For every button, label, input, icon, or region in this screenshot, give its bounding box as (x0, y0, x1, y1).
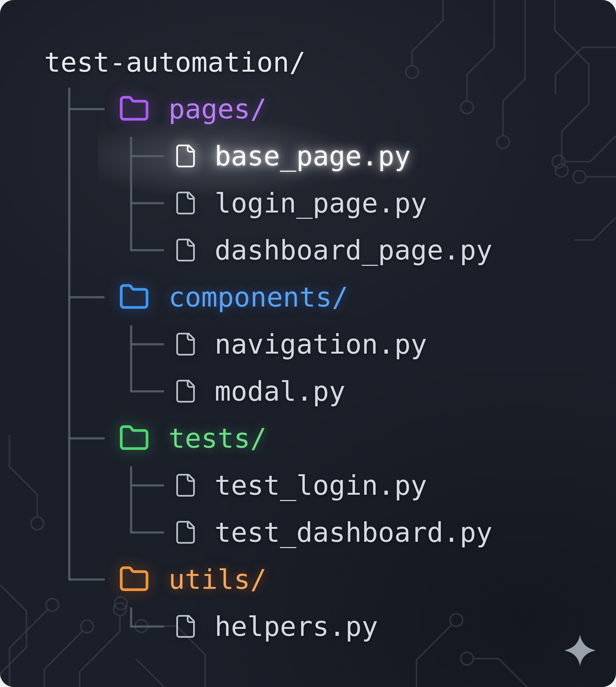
tree-file-test-dashboard[interactable]: test_dashboard.py (173, 513, 492, 551)
tree-file-test-login[interactable]: test_login.py (173, 466, 427, 504)
file-icon (173, 187, 198, 219)
folder-icon (116, 282, 152, 313)
tree-branch-line (130, 155, 164, 157)
tree-file-base-page[interactable]: base_page.py (173, 137, 411, 175)
tree-folder-utils[interactable]: utils/ (116, 560, 267, 598)
tree-branch-line (68, 296, 105, 298)
tree-folder-pages[interactable]: pages/ (116, 90, 267, 128)
file-label: dashboard_page.py (215, 236, 492, 264)
folder-icon (116, 423, 152, 454)
root-label: test-automation/ (44, 49, 306, 76)
tree-file-login-page[interactable]: login_page.py (173, 184, 427, 222)
file-label: modal.py (215, 378, 345, 405)
tree-subtrunk-line (130, 466, 132, 533)
file-label: base_page.py (215, 143, 411, 170)
file-label: test_login.py (215, 472, 427, 499)
file-label: test_dashboard.py (215, 519, 492, 546)
tree-root: test-automation/ (44, 43, 306, 81)
folder-label: components/ (169, 283, 348, 311)
folder-label: utils/ (169, 566, 267, 593)
tree-branch-line (130, 484, 164, 487)
tree-subtrunk-line (130, 325, 132, 392)
file-icon (173, 469, 198, 501)
file-icon (173, 610, 198, 643)
folder-label: pages/ (169, 95, 267, 123)
file-label: navigation.py (215, 330, 427, 358)
tree-branch-line (130, 531, 164, 534)
tree-folder-components[interactable]: components/ (116, 278, 348, 316)
tree-branch-line (130, 625, 164, 628)
folder-label: tests/ (169, 425, 267, 452)
tree-subtrunk-line (130, 137, 132, 251)
tree-subtrunk-line (130, 607, 132, 628)
file-icon (173, 140, 198, 172)
file-tree-card: test-automation/ pages/ base_page.py log… (0, 0, 616, 687)
tree-folder-tests[interactable]: tests/ (116, 419, 267, 457)
tree-file-helpers[interactable]: helpers.py (173, 607, 378, 645)
sparkle-icon (564, 634, 596, 667)
file-icon (173, 516, 198, 549)
file-label: helpers.py (215, 613, 378, 640)
file-icon (173, 234, 198, 266)
tree-trunk-line (68, 87, 70, 580)
file-icon (173, 328, 198, 360)
folder-icon (116, 564, 152, 595)
tree-branch-line (68, 578, 105, 581)
tree-branch-line (130, 249, 164, 251)
folder-icon (116, 93, 152, 124)
tree-branch-line (68, 108, 105, 110)
tree-branch-line (130, 202, 164, 204)
tree-branch-line (68, 437, 105, 439)
tree-file-navigation[interactable]: navigation.py (173, 325, 427, 363)
tree-file-modal[interactable]: modal.py (173, 372, 345, 410)
file-label: login_page.py (215, 189, 427, 217)
tree-branch-line (130, 390, 164, 392)
tree-branch-line (130, 343, 164, 345)
tree-file-dashboard-page[interactable]: dashboard_page.py (173, 231, 492, 269)
file-icon (173, 375, 198, 407)
